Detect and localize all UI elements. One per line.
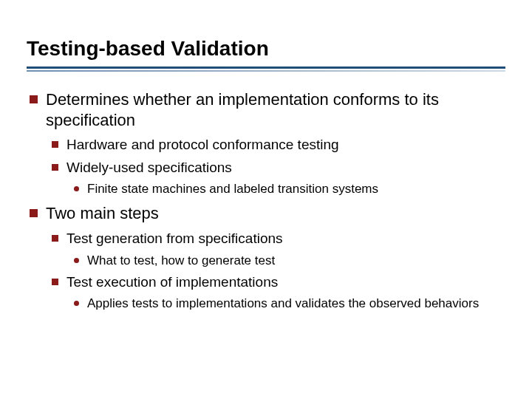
list-item: Determines whether an implementation con…	[27, 89, 505, 197]
list-item: Test execution of implementations Applie…	[49, 273, 505, 313]
bullet-text: Hardware and protocol conformance testin…	[66, 137, 339, 152]
bullet-text: Widely-used specifications	[66, 160, 232, 175]
bullet-text: Test generation from specifications	[66, 231, 283, 246]
list-item: Widely-used specifications Finite state …	[49, 159, 505, 198]
list-item: Two main steps Test generation from spec…	[27, 203, 505, 312]
bullet-text: Determines whether an implementation con…	[46, 90, 439, 129]
bullet-list: Determines whether an implementation con…	[27, 89, 505, 313]
bullet-text: Two main steps	[46, 204, 159, 222]
bullet-text: Applies tests to implementations and val…	[87, 296, 479, 310]
bullet-text: Finite state machines and labeled transi…	[87, 182, 378, 196]
list-item: Applies tests to implementations and val…	[71, 296, 505, 312]
list-item: Hardware and protocol conformance testin…	[49, 136, 505, 154]
list-item: Finite state machines and labeled transi…	[71, 181, 505, 197]
list-item: What to test, how to generate test	[71, 253, 505, 269]
slide-title: Testing-based Validation	[27, 37, 505, 69]
bullet-text: Test execution of implementations	[66, 274, 278, 290]
list-item: Test generation from specifications What…	[49, 230, 505, 269]
bullet-text: What to test, how to generate test	[87, 253, 275, 267]
